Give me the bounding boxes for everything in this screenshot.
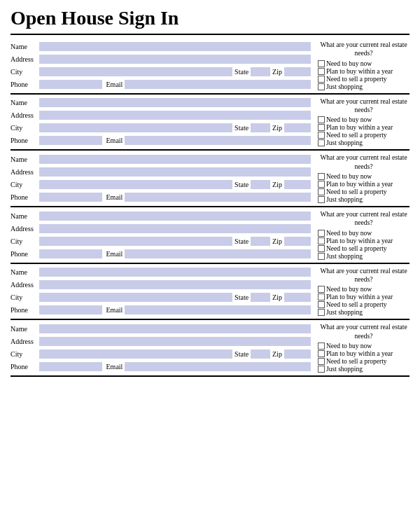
name-row: Name [10,97,311,109]
state-input[interactable] [251,180,270,189]
name-input[interactable] [39,98,311,107]
checkbox-2[interactable] [318,132,325,139]
checkbox-3[interactable] [318,139,325,146]
needs-option-label: Need to buy now [326,343,372,350]
checkbox-2[interactable] [318,188,325,195]
name-label: Name [10,99,37,106]
address-input[interactable] [39,224,311,233]
checkbox-3[interactable] [318,366,325,373]
phone-label: Phone [10,137,37,144]
phone-input[interactable] [39,362,102,371]
email-input[interactable] [125,193,311,202]
state-input[interactable] [251,293,270,302]
needs-option: Need to buy now [318,116,410,123]
city-input[interactable] [39,350,232,359]
checkbox-2[interactable] [318,301,325,308]
needs-option-label: Need to sell a property [326,76,387,83]
checkbox-1[interactable] [318,181,325,188]
name-input[interactable] [39,268,311,277]
city-label: City [10,350,37,358]
name-row: Name [10,323,311,334]
city-row: City State Zip [10,292,311,303]
needs-option: Need to buy now [318,173,410,180]
city-input[interactable] [39,123,232,132]
needs-option-label: Need to sell a property [326,301,387,308]
needs-option: Need to sell a property [318,301,410,308]
name-input[interactable] [39,212,311,221]
phone-input[interactable] [39,305,102,314]
needs-option-label: Need to sell a property [326,132,387,139]
checkbox-3[interactable] [318,83,325,90]
city-input[interactable] [39,293,232,302]
entry-block: Name Address City State Zip Phone Email … [10,95,410,151]
zip-input[interactable] [284,237,311,246]
checkbox-0[interactable] [318,343,325,350]
checkbox-3[interactable] [318,309,325,316]
address-input[interactable] [39,337,311,346]
checkbox-2[interactable] [318,76,325,83]
needs-title: What are your current real estate needs? [318,323,410,340]
address-row: Address [10,335,311,347]
needs-option: Need to buy now [318,230,410,237]
address-input[interactable] [39,55,311,64]
checkbox-2[interactable] [318,358,325,365]
email-input[interactable] [125,80,311,89]
address-input[interactable] [39,280,311,289]
page-title: Open House Sign In [10,7,410,29]
city-label: City [10,181,37,188]
address-row: Address [10,223,311,234]
checkbox-0[interactable] [318,286,325,293]
header-divider [10,34,410,35]
checkbox-3[interactable] [318,196,325,203]
checkbox-1[interactable] [318,68,325,75]
checkbox-0[interactable] [318,230,325,237]
name-input[interactable] [39,155,311,164]
address-input[interactable] [39,111,311,120]
zip-input[interactable] [284,180,311,189]
email-input[interactable] [125,249,311,258]
state-input[interactable] [251,350,270,359]
checkbox-1[interactable] [318,237,325,244]
state-input[interactable] [251,237,270,246]
zip-input[interactable] [284,293,311,302]
city-input[interactable] [39,237,232,246]
checkbox-1[interactable] [318,350,325,357]
fields-col: Name Address City State Zip Phone Email [10,210,311,260]
checkbox-0[interactable] [318,116,325,123]
phone-input[interactable] [39,136,102,145]
zip-input[interactable] [284,67,311,76]
email-input[interactable] [125,305,311,314]
state-input[interactable] [251,67,270,76]
needs-option-label: Just shopping [326,83,363,90]
checkbox-1[interactable] [318,124,325,131]
address-label: Address [10,168,37,176]
checkbox-2[interactable] [318,245,325,252]
zip-input[interactable] [284,123,311,132]
city-input[interactable] [39,67,232,76]
city-input[interactable] [39,180,232,189]
phone-input[interactable] [39,249,102,258]
state-label: State [234,350,248,358]
checkbox-1[interactable] [318,293,325,300]
entry-block: Name Address City State Zip Phone Email … [10,207,410,264]
phone-label: Phone [10,363,37,371]
address-input[interactable] [39,167,311,177]
name-input[interactable] [39,42,311,51]
phone-row: Phone Email [10,361,311,372]
state-input[interactable] [251,123,270,132]
needs-option-label: Plan to buy within a year [326,237,393,244]
zip-input[interactable] [284,350,311,359]
phone-input[interactable] [39,193,102,202]
address-label: Address [10,225,37,233]
email-input[interactable] [125,136,311,145]
phone-input[interactable] [39,80,102,89]
needs-col: What are your current real estate needs?… [315,97,410,147]
phone-label: Phone [10,193,37,201]
email-input[interactable] [125,362,311,371]
checkbox-3[interactable] [318,253,325,260]
email-label: Email [104,81,122,88]
checkbox-0[interactable] [318,60,325,67]
needs-option: Just shopping [318,366,410,373]
name-input[interactable] [39,324,311,333]
checkbox-0[interactable] [318,173,325,180]
